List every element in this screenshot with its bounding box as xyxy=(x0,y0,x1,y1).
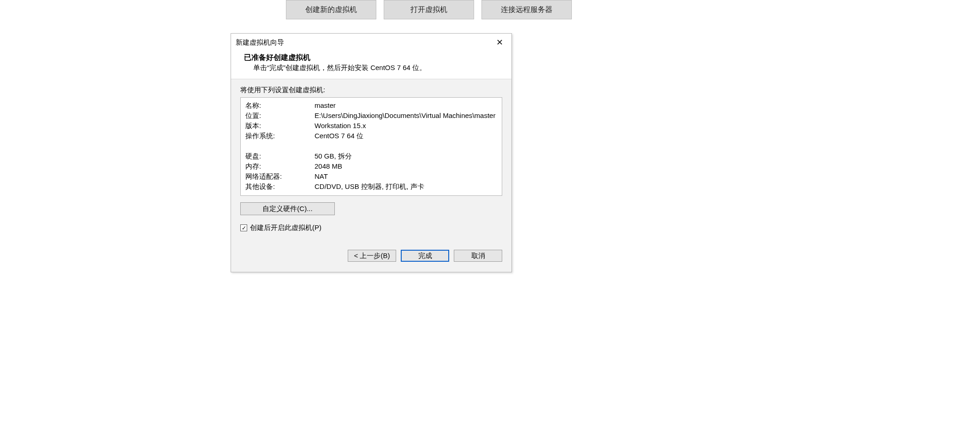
power-on-checkbox-label: 创建后开启此虚拟机(P) xyxy=(250,223,321,232)
back-button[interactable]: < 上一步(B) xyxy=(348,250,396,262)
header-title: 已准备好创建虚拟机 xyxy=(244,53,503,63)
summary-label: 将使用下列设置创建虚拟机: xyxy=(240,86,502,94)
dialog-titlebar: 新建虚拟机向导 ✕ xyxy=(231,34,511,51)
wizard-dialog: 新建虚拟机向导 ✕ 已准备好创建虚拟机 单击“完成”创建虚拟机，然后开始安装 C… xyxy=(231,33,512,272)
summary-key: 操作系统: xyxy=(245,131,315,141)
summary-row-other: 其他设备: CD/DVD, USB 控制器, 打印机, 声卡 xyxy=(245,182,497,192)
power-on-checkbox[interactable]: ✓ xyxy=(240,224,247,231)
summary-key: 版本: xyxy=(245,121,315,131)
summary-value: 2048 MB xyxy=(315,161,497,171)
background-action-row: 创建新的虚拟机 打开虚拟机 连接远程服务器 xyxy=(0,0,980,19)
dialog-body: 将使用下列设置创建虚拟机: 名称: master 位置: E:\Users\Di… xyxy=(231,79,511,272)
summary-row-disk: 硬盘: 50 GB, 拆分 xyxy=(245,151,497,161)
dialog-footer: < 上一步(B) 完成 取消 xyxy=(240,250,502,262)
create-vm-button[interactable]: 创建新的虚拟机 xyxy=(286,0,376,19)
close-icon: ✕ xyxy=(496,37,503,47)
summary-row-network: 网络适配器: NAT xyxy=(245,171,497,182)
cancel-button[interactable]: 取消 xyxy=(454,250,502,262)
summary-row-version: 版本: Workstation 15.x xyxy=(245,121,497,131)
header-subtitle: 单击“完成”创建虚拟机，然后开始安装 CentOS 7 64 位。 xyxy=(244,64,503,72)
close-button[interactable]: ✕ xyxy=(490,35,509,49)
summary-row-spacer xyxy=(245,141,497,151)
power-on-checkbox-row: ✓ 创建后开启此虚拟机(P) xyxy=(240,223,502,232)
summary-value: 50 GB, 拆分 xyxy=(315,151,497,161)
summary-value: E:\Users\DingJiaxiong\Documents\Virtual … xyxy=(315,111,497,121)
open-vm-button[interactable]: 打开虚拟机 xyxy=(384,0,474,19)
summary-value: master xyxy=(315,100,497,111)
summary-value: CD/DVD, USB 控制器, 打印机, 声卡 xyxy=(315,182,497,192)
summary-key: 位置: xyxy=(245,111,315,121)
summary-value: Workstation 15.x xyxy=(315,121,497,131)
summary-key: 其他设备: xyxy=(245,182,315,192)
summary-key: 名称: xyxy=(245,100,315,111)
summary-value: CentOS 7 64 位 xyxy=(315,131,497,141)
summary-row-location: 位置: E:\Users\DingJiaxiong\Documents\Virt… xyxy=(245,111,497,121)
summary-key: 硬盘: xyxy=(245,151,315,161)
connect-remote-button[interactable]: 连接远程服务器 xyxy=(481,0,572,19)
summary-key: 网络适配器: xyxy=(245,171,315,182)
dialog-header: 已准备好创建虚拟机 单击“完成”创建虚拟机，然后开始安装 CentOS 7 64… xyxy=(231,51,511,79)
check-icon: ✓ xyxy=(242,225,246,231)
summary-row-name: 名称: master xyxy=(245,100,497,111)
summary-value: NAT xyxy=(315,171,497,182)
summary-row-os: 操作系统: CentOS 7 64 位 xyxy=(245,131,497,141)
summary-key: 内存: xyxy=(245,161,315,171)
finish-button[interactable]: 完成 xyxy=(401,250,449,262)
customize-hardware-button[interactable]: 自定义硬件(C)... xyxy=(240,202,335,215)
summary-box: 名称: master 位置: E:\Users\DingJiaxiong\Doc… xyxy=(240,97,502,196)
dialog-title: 新建虚拟机向导 xyxy=(236,38,284,47)
summary-row-memory: 内存: 2048 MB xyxy=(245,161,497,171)
